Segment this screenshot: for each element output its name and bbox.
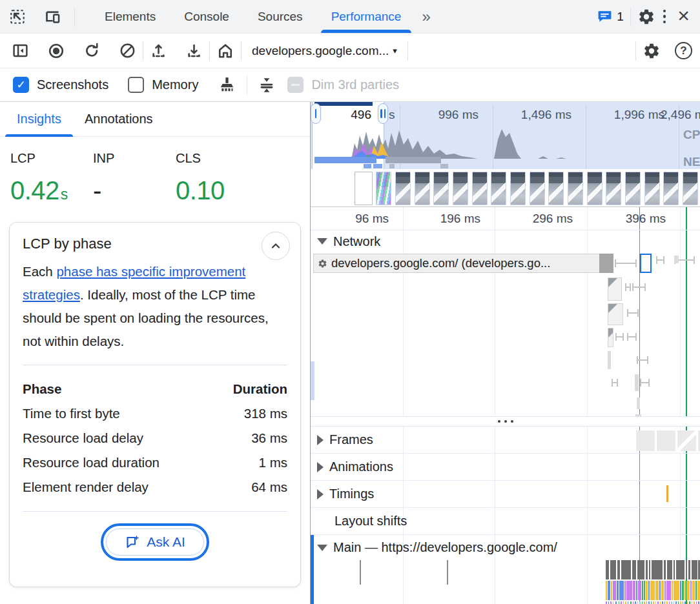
download-profile-icon[interactable] bbox=[185, 42, 203, 59]
flame-chart-event-bar[interactable] bbox=[624, 581, 626, 600]
flame-chart-micro-event[interactable] bbox=[657, 601, 659, 604]
network-waterfall-item[interactable] bbox=[674, 256, 679, 263]
flame-chart-micro-event[interactable] bbox=[628, 601, 628, 604]
filmstrip-frame[interactable] bbox=[491, 172, 506, 205]
flame-chart-micro-event[interactable] bbox=[621, 601, 622, 604]
window-left-handle[interactable] bbox=[311, 103, 321, 124]
flame-chart-event-bar[interactable] bbox=[617, 581, 619, 600]
network-waterfall-item[interactable] bbox=[627, 336, 637, 337]
layout-shifts-track-header[interactable]: Layout shifts bbox=[311, 508, 700, 535]
flame-chart-event-bar[interactable] bbox=[613, 581, 616, 600]
flame-chart-task-bar[interactable] bbox=[637, 560, 644, 579]
timing-event-mark[interactable] bbox=[666, 485, 668, 502]
inspect-element-icon[interactable] bbox=[9, 8, 26, 25]
flame-chart-task-bar[interactable] bbox=[652, 560, 663, 579]
flame-chart-task-bar[interactable] bbox=[632, 560, 636, 579]
issues-counter[interactable]: 1 bbox=[597, 8, 624, 25]
flame-chart-micro-event[interactable] bbox=[674, 601, 674, 604]
flame-chart-event-bar[interactable] bbox=[664, 581, 666, 600]
timings-track-header[interactable]: Timings bbox=[311, 481, 700, 508]
flame-chart-micro-event[interactable] bbox=[623, 601, 624, 604]
metric[interactable]: CLS 0.10 bbox=[176, 151, 258, 205]
flame-chart-task-bar[interactable] bbox=[646, 560, 648, 579]
flame-chart-micro-event[interactable] bbox=[625, 601, 626, 604]
flame-chart-micro-event[interactable] bbox=[637, 601, 638, 604]
flame-chart-micro-event[interactable] bbox=[644, 601, 645, 604]
filmstrip-frame[interactable] bbox=[415, 172, 430, 205]
reload-and-record-icon[interactable] bbox=[83, 42, 101, 59]
scroll-indicator[interactable] bbox=[311, 361, 314, 400]
flame-chart-micro-event[interactable] bbox=[642, 601, 643, 604]
flame-chart-task-bar[interactable] bbox=[610, 560, 616, 579]
flame-chart-micro-event[interactable] bbox=[615, 601, 617, 604]
flame-chart-micro-event[interactable] bbox=[639, 601, 641, 604]
flame-chart-task-bar[interactable] bbox=[676, 560, 685, 579]
filmstrip-frame[interactable] bbox=[453, 172, 468, 205]
metric[interactable]: INP - bbox=[93, 151, 176, 205]
flame-chart-task-bar[interactable] bbox=[667, 560, 672, 579]
flame-chart-event-bar[interactable] bbox=[650, 581, 655, 600]
flame-chart-task-mark[interactable] bbox=[360, 560, 361, 585]
flame-chart-event-bar[interactable] bbox=[655, 581, 659, 600]
network-waterfall-item[interactable] bbox=[627, 312, 639, 314]
flame-chart-micro-event[interactable] bbox=[660, 601, 661, 604]
flame-chart-event-bar[interactable] bbox=[686, 581, 690, 600]
capture-settings-gear-icon[interactable] bbox=[643, 42, 661, 60]
filmstrip-frame[interactable] bbox=[587, 172, 602, 205]
filmstrip-frame[interactable] bbox=[663, 172, 679, 205]
filmstrip-first-paint-frame[interactable] bbox=[376, 172, 391, 205]
flame-chart-micro-event[interactable] bbox=[696, 601, 697, 604]
device-toolbar-icon[interactable] bbox=[44, 8, 61, 25]
collapse-tracks-icon[interactable] bbox=[258, 76, 276, 94]
flame-chart-task-bar[interactable] bbox=[686, 560, 687, 579]
filmstrip-frame[interactable] bbox=[433, 172, 449, 205]
flame-chart-event-bar[interactable] bbox=[697, 581, 700, 600]
upload-profile-icon[interactable] bbox=[150, 42, 167, 59]
flame-chart-micro-event[interactable] bbox=[680, 601, 681, 604]
network-track-header[interactable]: Network bbox=[311, 230, 700, 252]
memory-checkbox[interactable]: Memory bbox=[128, 77, 198, 93]
network-waterfall-item[interactable] bbox=[615, 336, 624, 337]
network-waterfall-item[interactable] bbox=[637, 398, 640, 409]
sidebar-tab[interactable]: Insights bbox=[5, 102, 73, 137]
frame-thumbnail[interactable] bbox=[636, 430, 655, 451]
flame-chart-micro-event[interactable] bbox=[651, 601, 652, 604]
flame-chart-event-bar[interactable] bbox=[674, 581, 679, 600]
flame-chart-event-bar[interactable] bbox=[680, 581, 681, 600]
main-thread-track-header[interactable]: Main — https://developers.google.com/ bbox=[311, 535, 700, 560]
flame-chart-micro-event[interactable] bbox=[653, 601, 654, 604]
flame-chart-micro-event[interactable] bbox=[669, 601, 670, 604]
flame-chart-event-bar[interactable] bbox=[646, 581, 648, 600]
dim-3rd-parties-checkbox[interactable]: Dim 3rd parties bbox=[287, 77, 399, 93]
ask-ai-button[interactable]: Ask AI bbox=[106, 528, 204, 556]
filmstrip-frame[interactable] bbox=[530, 172, 545, 205]
flame-chart-micro-event[interactable] bbox=[655, 601, 656, 604]
flame-chart-event-bar[interactable] bbox=[685, 581, 686, 600]
filmstrip-frame[interactable] bbox=[644, 172, 660, 205]
more-tabs-icon[interactable]: » bbox=[415, 8, 437, 26]
flame-chart-task-bar[interactable] bbox=[606, 560, 609, 579]
flame-chart-event-bar[interactable] bbox=[626, 581, 632, 600]
flame-chart-micro-event[interactable] bbox=[662, 601, 663, 604]
flame-chart-micro-event[interactable] bbox=[685, 601, 686, 604]
flame-chart-micro-event[interactable] bbox=[635, 601, 636, 604]
flame-chart-task-bar[interactable] bbox=[621, 560, 631, 579]
network-waterfall-item[interactable] bbox=[608, 328, 613, 347]
flame-chart-event-bar[interactable] bbox=[672, 581, 673, 600]
collapse-card-button[interactable] bbox=[262, 232, 290, 260]
flame-chart-micro-event[interactable] bbox=[608, 601, 609, 604]
flame-chart-micro-event[interactable] bbox=[687, 601, 688, 604]
flame-chart-event-bar[interactable] bbox=[648, 581, 650, 600]
network-waterfall-item[interactable] bbox=[608, 303, 623, 325]
flame-chart-event-bar[interactable] bbox=[642, 581, 643, 600]
flame-chart-task-bar[interactable] bbox=[617, 560, 620, 579]
timeline-overview[interactable]: 496 s 996 ms1,496 ms1,996 ms2,496 ms CPU… bbox=[311, 102, 700, 207]
flame-chart-micro-event[interactable] bbox=[633, 601, 633, 604]
flame-chart-micro-event[interactable] bbox=[610, 601, 612, 604]
filmstrip-frame[interactable] bbox=[625, 172, 641, 205]
network-waterfall-item[interactable] bbox=[635, 374, 639, 391]
panel-tab[interactable]: Elements bbox=[90, 0, 170, 34]
flame-chart-task-bar[interactable] bbox=[692, 560, 697, 579]
flame-chart-micro-event[interactable] bbox=[692, 601, 692, 604]
network-waterfall-item[interactable] bbox=[640, 382, 650, 383]
